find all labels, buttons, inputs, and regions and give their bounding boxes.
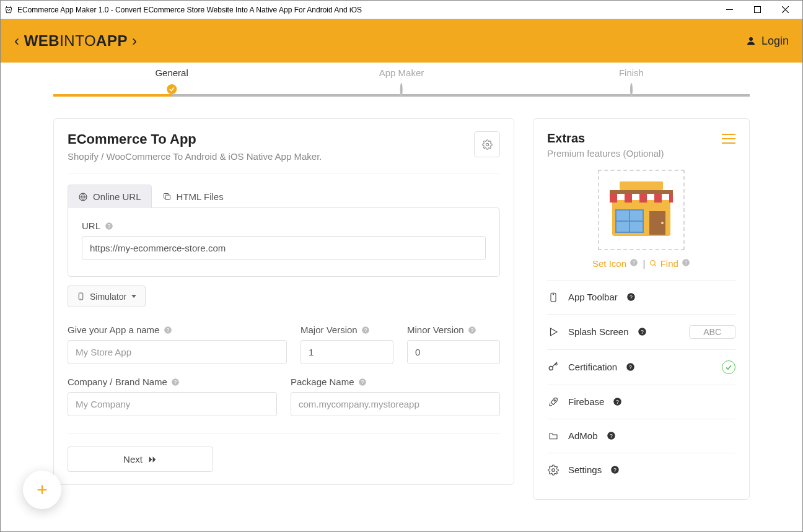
help-icon[interactable]: ? [626,292,636,302]
help-icon[interactable]: ? [626,362,635,372]
help-icon[interactable]: ? [638,327,647,336]
source-tabs: Online URL HTML Files [68,185,500,208]
user-icon [745,35,757,46]
app-icon-preview[interactable] [598,170,685,250]
simulator-dropdown[interactable]: Simulator [68,286,146,307]
storefront-icon [607,179,675,241]
find-icon-link[interactable]: Find [649,258,681,269]
tab-online-url[interactable]: Online URL [68,185,152,208]
extras-item-toolbar[interactable]: App Toolbar ? [547,280,735,314]
svg-rect-32 [610,193,617,203]
extras-card: Extras Premium features (Optional) [533,118,750,500]
help-icon[interactable]: ? [613,397,622,406]
extras-item-settings[interactable]: Settings ? [547,453,735,487]
topbar: ‹ WEBINTOAPP › Login [1,19,802,63]
online-url-panel: URL ? [68,207,500,277]
chevron-down-icon [131,295,136,298]
main-title: ECommerce To App [68,131,474,147]
svg-marker-49 [551,328,558,336]
extras-menu-button[interactable] [722,133,735,144]
package-input[interactable] [291,392,500,416]
svg-text:?: ? [684,259,687,265]
svg-rect-34 [639,193,647,203]
step-general[interactable]: General [155,68,188,94]
svg-text:?: ? [174,379,177,385]
step-node-icon [630,83,633,96]
window-titlebar: ECommerce App Maker 1.0 - Convert EComme… [1,1,802,19]
window-close-button[interactable] [771,1,799,19]
major-version-label: Major Version ? [301,325,393,335]
window-minimize-button[interactable] [716,1,744,19]
app-name-label: Give your App a name ? [68,325,287,335]
svg-text:?: ? [616,399,619,405]
app-window-icon [4,5,14,15]
main-card: ECommerce To App Shopify / WooCommerce T… [53,118,514,485]
rocket-icon [547,396,559,408]
svg-rect-0 [726,9,733,10]
svg-rect-38 [620,181,663,190]
svg-point-5 [486,143,488,146]
help-icon[interactable]: ? [361,325,371,334]
svg-text:?: ? [610,433,613,439]
svg-point-4 [749,37,753,41]
globe-icon [78,192,88,202]
folder-icon [547,430,559,442]
help-icon[interactable]: ? [468,325,477,334]
help-icon[interactable]: ? [163,325,172,334]
phone-outline-icon [547,291,559,303]
main-settings-button[interactable] [474,131,500,157]
app-window: ECommerce App Maker 1.0 - Convert EComme… [0,0,803,532]
app-name-input[interactable] [68,340,287,364]
help-icon[interactable]: ? [629,258,638,267]
minor-version-input[interactable] [407,340,500,364]
fab-add-button[interactable]: + [23,471,61,509]
extras-item-firebase[interactable]: Firebase ? [547,385,735,419]
url-label: URL ? [82,220,486,231]
svg-rect-8 [165,195,170,200]
help-icon[interactable]: ? [681,258,690,267]
help-icon[interactable]: ? [610,465,620,474]
window-title: ECommerce App Maker 1.0 - Convert EComme… [17,6,716,14]
main-subtitle: Shopify / WooCommerce To Android & iOS N… [68,151,474,162]
step-node-icon [400,83,403,96]
svg-rect-36 [669,193,673,203]
forward-icon [147,455,157,464]
step-app-maker[interactable]: App Maker [379,68,424,95]
extras-item-admob[interactable]: AdMob ? [547,419,735,453]
step-node-active-icon [167,84,177,94]
tab-html-files[interactable]: HTML Files [152,185,234,208]
splash-preview-badge: ABC [689,325,735,339]
svg-text:?: ? [471,327,474,333]
svg-text:?: ? [364,327,367,333]
gear-icon [482,139,493,150]
login-link[interactable]: Login [745,35,789,48]
svg-point-46 [553,294,553,294]
url-input[interactable] [82,236,486,260]
brand-logo[interactable]: ‹ WEBINTOAPP › [14,32,138,50]
set-icon-link[interactable]: Set Icon [592,258,626,269]
help-icon[interactable]: ? [171,377,180,386]
svg-text:?: ? [167,327,170,333]
help-icon[interactable]: ? [607,431,616,440]
svg-line-42 [655,264,657,266]
svg-point-41 [651,260,656,265]
content-viewport[interactable]: ‹ WEBINTOAPP › Login General App Maker [1,19,802,531]
extras-item-certification[interactable]: Certification ? [547,349,735,385]
next-button[interactable]: Next [68,447,213,472]
extras-title: Extras [547,131,585,146]
help-icon[interactable]: ? [358,377,367,386]
company-input[interactable] [68,392,277,416]
svg-rect-33 [625,193,632,203]
extras-subtitle: Premium features (Optional) [547,148,735,159]
phone-icon [77,291,85,302]
window-maximize-button[interactable] [744,1,771,19]
play-outline-icon [547,326,559,338]
svg-rect-35 [654,193,662,203]
company-label: Company / Brand Name ? [68,377,277,387]
step-finish[interactable]: Finish [619,68,644,95]
extras-item-splash[interactable]: Splash Screen ? ABC [547,314,735,349]
major-version-input[interactable] [301,340,393,364]
help-icon[interactable]: ? [104,221,113,230]
plus-icon: + [37,479,48,500]
svg-point-31 [661,222,664,224]
